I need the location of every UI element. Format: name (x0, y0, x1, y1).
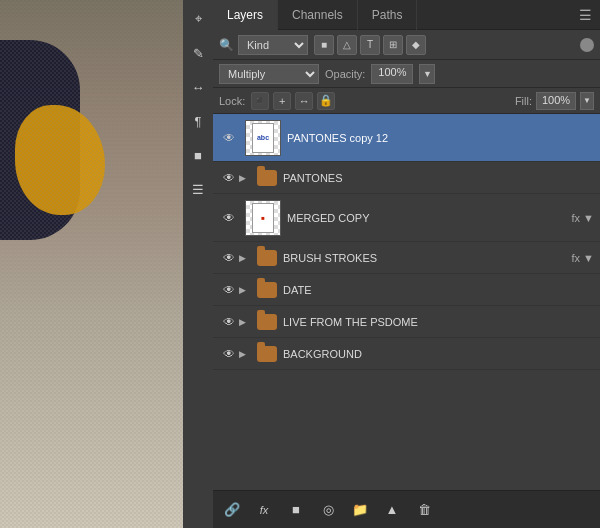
transform-tool-icon[interactable]: ↔ (187, 76, 209, 98)
expand-arrow-icon[interactable]: ▶ (239, 349, 251, 359)
lock-row: Lock: ◾ + ↔ 🔒 Fill: 100% ▼ (213, 88, 600, 114)
filter-row: 🔍 Kind ■ △ T ⊞ ◆ (213, 30, 600, 60)
expand-arrow-icon[interactable]: ▶ (239, 253, 251, 263)
layer-name: MERGED COPY (287, 212, 572, 224)
layer-thumbnail: ■ (245, 200, 281, 236)
folder-icon (257, 170, 277, 186)
visibility-toggle-icon[interactable]: 👁 (219, 208, 239, 228)
search-icon: 🔍 (219, 38, 234, 52)
layer-item[interactable]: 👁 ▶ BACKGROUND (213, 338, 600, 370)
filter-icons: ■ △ T ⊞ ◆ (314, 35, 426, 55)
layer-item[interactable]: 👁 ▶ LIVE FROM THE PSDOME (213, 306, 600, 338)
link-icon[interactable]: 🔗 (221, 499, 243, 521)
filter-toggle-circle[interactable] (580, 38, 594, 52)
visibility-toggle-icon[interactable]: 👁 (219, 344, 239, 364)
panel-menu-icon[interactable]: ☰ (579, 7, 600, 23)
panel-tabs: Layers Channels Paths ☰ (213, 0, 600, 30)
new-group-icon[interactable]: 📁 (349, 499, 371, 521)
adjustment-filter-icon[interactable]: △ (337, 35, 357, 55)
thumb-content: ■ (252, 203, 274, 233)
layer-thumbnail: abc (245, 120, 281, 156)
opacity-arrow[interactable]: ▼ (419, 64, 435, 84)
lock-label: Lock: (219, 95, 245, 107)
delete-icon[interactable]: 🗑 (413, 499, 435, 521)
folder-icon (257, 314, 277, 330)
layer-name: BRUSH STROKES (283, 252, 572, 264)
lock-transform-icon[interactable]: ↔ (295, 92, 313, 110)
layer-item[interactable]: 👁 ▶ BRUSH STROKES fx ▼ (213, 242, 600, 274)
layer-fx-badge: fx ▼ (572, 212, 595, 224)
tab-channels[interactable]: Channels (278, 0, 358, 30)
opacity-label: Opacity: (325, 68, 365, 80)
layers-list: 👁 abc PANTONES copy 12 👁 ▶ PANTONES 👁 ■ (213, 114, 600, 490)
tab-paths[interactable]: Paths (358, 0, 418, 30)
blend-row: Multiply Opacity: 100% ▼ (213, 60, 600, 88)
brush-tool-icon[interactable]: ✎ (187, 42, 209, 64)
layer-item[interactable]: 👁 ▶ PANTONES (213, 162, 600, 194)
adjustment-icon[interactable]: ■ (285, 499, 307, 521)
type-filter-icon[interactable]: T (360, 35, 380, 55)
fill-value[interactable]: 100% (536, 92, 576, 110)
visibility-toggle-icon[interactable]: 👁 (219, 248, 239, 268)
mask-icon[interactable]: ◎ (317, 499, 339, 521)
move-tool-icon[interactable]: ⌖ (187, 8, 209, 30)
expand-arrow-icon[interactable]: ▶ (239, 173, 251, 183)
lock-position-icon[interactable]: + (273, 92, 291, 110)
canvas-area: ⌖ ✎ ↔ ¶ ■ ☰ (0, 0, 213, 528)
blend-mode-select[interactable]: Multiply (219, 64, 319, 84)
fx-icon[interactable]: fx (253, 499, 275, 521)
layer-name: BACKGROUND (283, 348, 594, 360)
kind-select[interactable]: Kind (238, 35, 308, 55)
layer-name: PANTONES copy 12 (287, 132, 594, 144)
shape-filter-icon[interactable]: ⊞ (383, 35, 403, 55)
folder-icon (257, 346, 277, 362)
layer-item[interactable]: 👁 ■ MERGED COPY fx ▼ (213, 194, 600, 242)
pixel-filter-icon[interactable]: ■ (314, 35, 334, 55)
layer-name: LIVE FROM THE PSDOME (283, 316, 594, 328)
visibility-toggle-icon[interactable]: 👁 (219, 280, 239, 300)
lock-all-icon[interactable]: 🔒 (317, 92, 335, 110)
layers-panel: Layers Channels Paths ☰ 🔍 Kind ■ △ T ⊞ ◆… (213, 0, 600, 528)
fill-arrow[interactable]: ▼ (580, 92, 594, 110)
new-layer-icon[interactable]: ▲ (381, 499, 403, 521)
grunge-texture (0, 0, 213, 528)
layer-fx-badge: fx ▼ (572, 252, 595, 264)
lock-pixels-icon[interactable]: ◾ (251, 92, 269, 110)
visibility-toggle-icon[interactable]: 👁 (219, 168, 239, 188)
folder-icon (257, 282, 277, 298)
left-toolbar: ⌖ ✎ ↔ ¶ ■ ☰ (183, 0, 213, 528)
folder-icon (257, 250, 277, 266)
type-tool-icon[interactable]: ¶ (187, 110, 209, 132)
layer-name: DATE (283, 284, 594, 296)
layer-item[interactable]: 👁 ▶ DATE (213, 274, 600, 306)
panel-footer: 🔗 fx ■ ◎ 📁 ▲ 🗑 (213, 490, 600, 528)
expand-arrow-icon[interactable]: ▶ (239, 317, 251, 327)
visibility-toggle-icon[interactable]: 👁 (219, 312, 239, 332)
expand-arrow-icon[interactable]: ▶ (239, 285, 251, 295)
extra-tool-icon[interactable]: ☰ (187, 178, 209, 200)
fill-area: Fill: 100% ▼ (515, 92, 594, 110)
visibility-toggle-icon[interactable]: 👁 (219, 128, 239, 148)
layer-item[interactable]: 👁 abc PANTONES copy 12 (213, 114, 600, 162)
fill-label: Fill: (515, 95, 532, 107)
opacity-value[interactable]: 100% (371, 64, 413, 84)
smart-filter-icon[interactable]: ◆ (406, 35, 426, 55)
layer-name: PANTONES (283, 172, 594, 184)
thumb-content: abc (252, 123, 274, 153)
shape-tool-icon[interactable]: ■ (187, 144, 209, 166)
tab-layers[interactable]: Layers (213, 0, 278, 30)
